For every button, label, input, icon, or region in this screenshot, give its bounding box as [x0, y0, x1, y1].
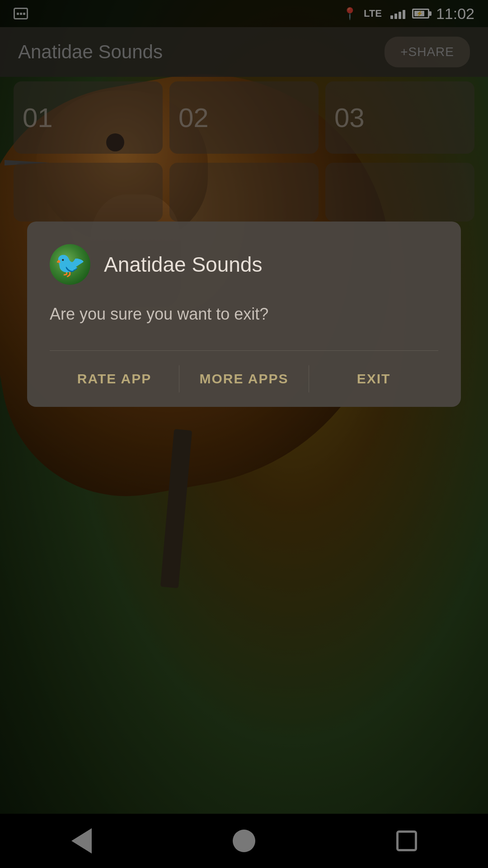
- rate-app-button[interactable]: RATE APP: [50, 351, 179, 407]
- dialog-header: 🐦 Anatidae Sounds: [50, 244, 438, 285]
- dim-overlay: [0, 0, 488, 868]
- bird-icon: 🐦: [55, 250, 86, 279]
- exit-dialog: 🐦 Anatidae Sounds Are you sure you want …: [27, 222, 461, 407]
- more-apps-button[interactable]: MORE APPS: [179, 351, 309, 407]
- exit-button[interactable]: EXIT: [309, 351, 438, 407]
- dialog-actions: RATE APP MORE APPS EXIT: [50, 351, 438, 407]
- dialog-message: Are you sure you want to exit?: [50, 303, 438, 326]
- dialog-app-name: Anatidae Sounds: [104, 252, 262, 277]
- dialog-app-icon: 🐦: [50, 244, 90, 285]
